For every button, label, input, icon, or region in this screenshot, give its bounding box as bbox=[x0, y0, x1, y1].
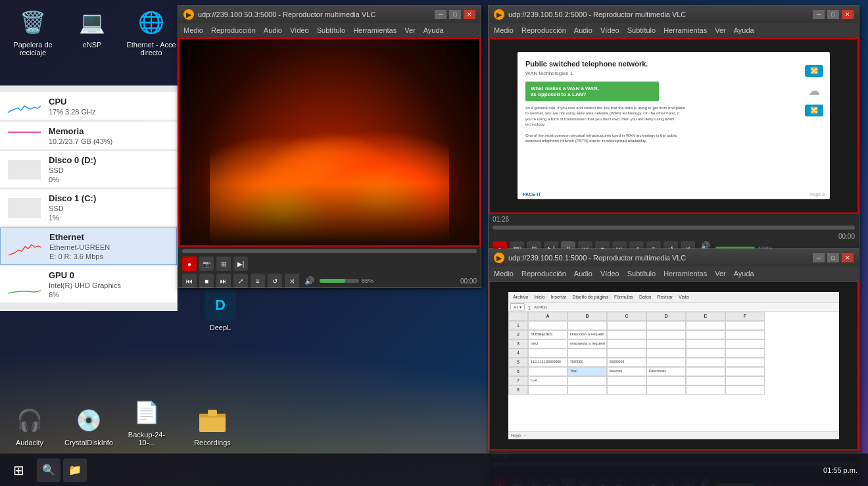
sysmon-gpu[interactable]: GPU 0 Intel(R) UHD Graphics 6% bbox=[0, 266, 177, 303]
vlc1-next-button[interactable]: ⏭ bbox=[216, 274, 231, 288]
vlc1-prev-button[interactable]: ⏮ bbox=[182, 274, 197, 288]
ss-B1[interactable] bbox=[567, 321, 607, 330]
ss-E5[interactable] bbox=[686, 358, 725, 367]
vlc3-titlebar[interactable]: ▶ udp://239.100.50.1:5000 - Reproductor … bbox=[489, 249, 859, 266]
ss-A2[interactable]: SUBREDES bbox=[528, 330, 567, 339]
vlc1-snapshot-button[interactable]: 📷 bbox=[199, 256, 214, 271]
ss-E7[interactable] bbox=[686, 376, 725, 385]
ss-B7[interactable] bbox=[567, 376, 607, 385]
taskbar-files[interactable]: 📁 bbox=[63, 458, 87, 482]
vlc2-minimize-button[interactable]: ─ bbox=[813, 10, 825, 19]
vlc3-close-button[interactable]: ✕ bbox=[842, 253, 854, 262]
ss-C6[interactable]: Mascara bbox=[607, 367, 646, 376]
ss-A3[interactable]: mrci bbox=[528, 339, 567, 349]
ss-cell-reference[interactable]: A1 ▾ bbox=[510, 303, 525, 310]
ss-col-E[interactable]: E bbox=[686, 312, 725, 321]
ss-D6[interactable]: Direcciones bbox=[646, 367, 686, 376]
ss-menu-datos[interactable]: Datos bbox=[637, 294, 653, 300]
desktop-icon-recycle[interactable]: 🗑️ Papelera de reciclaje bbox=[7, 7, 59, 57]
ss-A6[interactable] bbox=[528, 367, 567, 376]
vlc3-menu-reproduccion[interactable]: Reproducción bbox=[521, 270, 566, 278]
ss-add-sheet[interactable]: + bbox=[523, 433, 527, 439]
ss-F7[interactable] bbox=[725, 376, 765, 385]
ss-A7[interactable]: C+A bbox=[528, 376, 567, 385]
ss-F3[interactable] bbox=[725, 339, 765, 349]
ss-col-D[interactable]: D bbox=[646, 312, 686, 321]
vlc1-loop-button[interactable]: ↺ bbox=[268, 274, 282, 288]
vlc1-fullscreen-button[interactable]: ⤢ bbox=[233, 274, 248, 288]
desktop-icon-deepl[interactable]: D DeepL bbox=[194, 289, 247, 331]
vlc2-titlebar[interactable]: ▶ udp://239.100.50.2:5000 - Reproductor … bbox=[489, 6, 859, 23]
vlc3-menu-subtitulo[interactable]: Subtítulo bbox=[627, 270, 656, 278]
ss-B6[interactable]: Total bbox=[567, 367, 607, 376]
vlc3-menu-audio[interactable]: Audio bbox=[574, 270, 592, 278]
vlc2-menu-video[interactable]: Vídeo bbox=[600, 26, 619, 34]
ss-C7[interactable] bbox=[607, 376, 646, 385]
ss-E4[interactable] bbox=[686, 349, 725, 358]
vlc1-menu-herramientas[interactable]: Herramientas bbox=[353, 26, 397, 34]
vlc3-menu-medio[interactable]: Medio bbox=[494, 270, 514, 278]
ss-menu-formulas[interactable]: Fórmulas bbox=[612, 294, 635, 300]
desktop-icon-ethernet[interactable]: 🌐 Ethernet - Acce directo bbox=[125, 7, 178, 57]
sysmon-disco0[interactable]: Disco 0 (D:) SSD 0% bbox=[0, 151, 177, 188]
ss-menu-revisar[interactable]: Revisar bbox=[655, 294, 675, 300]
ss-D8[interactable] bbox=[646, 385, 686, 395]
vlc1-stop-button[interactable]: ■ bbox=[199, 274, 214, 288]
vlc1-menu-medio[interactable]: Medio bbox=[183, 26, 203, 34]
ss-C5[interactable]: 50000000 bbox=[607, 358, 646, 367]
ss-menu-vista[interactable]: Vista bbox=[677, 294, 690, 300]
vlc1-menu-video[interactable]: Vídeo bbox=[290, 26, 309, 34]
taskbar-search[interactable]: 🔍 bbox=[37, 458, 60, 482]
desktop-icon-recordings[interactable]: Recordings bbox=[186, 404, 239, 447]
ss-F1[interactable] bbox=[725, 321, 765, 330]
ss-A1[interactable] bbox=[528, 321, 567, 330]
ss-B3[interactable]: respuesta a requerir bbox=[567, 339, 607, 349]
vlc1-menu-ver[interactable]: Ver bbox=[404, 26, 416, 34]
vlc1-random-button[interactable]: ⤮ bbox=[285, 274, 299, 288]
ss-C4[interactable] bbox=[607, 349, 646, 358]
vlc3-menu-herramientas[interactable]: Herramientas bbox=[663, 270, 707, 278]
ss-F4[interactable] bbox=[725, 349, 765, 358]
ss-E2[interactable] bbox=[686, 330, 725, 339]
ss-D7[interactable] bbox=[646, 376, 686, 385]
ss-formula-input[interactable]: A1=f(x) bbox=[534, 305, 547, 309]
ss-col-C[interactable]: C bbox=[607, 312, 646, 321]
ss-C1[interactable] bbox=[607, 321, 646, 330]
ss-col-F[interactable]: F bbox=[725, 312, 765, 321]
ss-A8[interactable] bbox=[528, 385, 567, 395]
ss-E3[interactable] bbox=[686, 339, 725, 349]
ss-A4[interactable] bbox=[528, 349, 567, 358]
vlc1-maximize-button[interactable]: □ bbox=[449, 10, 461, 19]
ss-sheet-tab[interactable]: Hoja1 bbox=[511, 433, 521, 437]
ss-E8[interactable] bbox=[686, 385, 725, 395]
vlc3-menu-video[interactable]: Vídeo bbox=[600, 270, 619, 278]
desktop-icon-crystaldisk[interactable]: 💿 CrystalDiskInfo bbox=[62, 404, 115, 447]
ss-C8[interactable] bbox=[607, 385, 646, 395]
ss-D3[interactable] bbox=[646, 339, 686, 349]
vlc3-menu-ver[interactable]: Ver bbox=[715, 270, 726, 278]
ss-B5[interactable]: 7000000 bbox=[567, 358, 607, 367]
vlc2-menu-subtitulo[interactable]: Subtítulo bbox=[627, 26, 656, 34]
ss-menu-pagina[interactable]: Diseño de página bbox=[570, 294, 610, 300]
ss-col-B[interactable]: B bbox=[567, 312, 607, 321]
vlc2-menu-ver[interactable]: Ver bbox=[715, 26, 726, 34]
ss-D4[interactable] bbox=[646, 349, 686, 358]
vlc3-minimize-button[interactable]: ─ bbox=[813, 253, 825, 262]
vlc1-titlebar[interactable]: ▶ udp://239.100.50.3:5000 - Reproductor … bbox=[178, 6, 481, 23]
start-button[interactable]: ⊞ bbox=[5, 458, 32, 483]
ss-D1[interactable] bbox=[646, 321, 686, 330]
vlc1-extended-button[interactable]: ≡ bbox=[251, 274, 265, 288]
ss-B2[interactable]: Dirección a requerir bbox=[567, 330, 607, 339]
ss-E6[interactable] bbox=[686, 367, 725, 376]
vlc1-menu-reproduccion[interactable]: Reproducción bbox=[211, 26, 256, 34]
ss-D5[interactable] bbox=[646, 358, 686, 367]
sysmon-memoria[interactable]: Memoria 10.2/23.7 GB (43%) bbox=[0, 122, 177, 150]
ss-F2[interactable] bbox=[725, 330, 765, 339]
ss-menu-insertar[interactable]: Insertar bbox=[549, 294, 569, 300]
sysmon-disco1[interactable]: Disco 1 (C:) SSD 1% bbox=[0, 189, 177, 226]
vlc1-menu-ayuda[interactable]: Ayuda bbox=[423, 26, 444, 34]
vlc1-next-frame-button[interactable]: ▶| bbox=[233, 256, 248, 271]
vlc1-volume-slider[interactable] bbox=[320, 279, 359, 283]
vlc2-progress-bar[interactable] bbox=[493, 226, 855, 230]
vlc1-ar-button[interactable]: ⊞ bbox=[216, 256, 231, 271]
